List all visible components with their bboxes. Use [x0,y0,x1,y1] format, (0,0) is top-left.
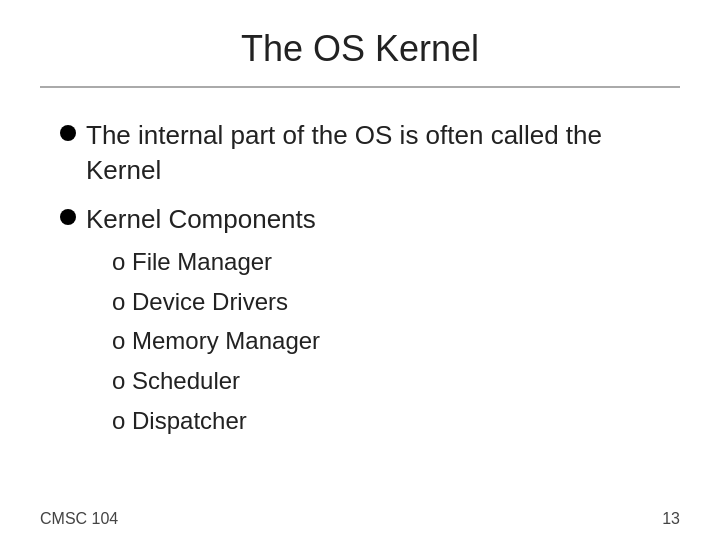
bullet-item-1: The internal part of the OS is often cal… [60,118,660,188]
bullet-text-2: Kernel Components [86,204,316,234]
slide: The OS Kernel The internal part of the O… [0,0,720,540]
bullet-text-1: The internal part of the OS is often cal… [86,118,660,188]
sub-item-3: o Memory Manager [112,324,320,358]
bullet-dot-1 [60,125,76,141]
sub-item-1: o File Manager [112,245,320,279]
bullet-item-2-content: Kernel Components o File Manager o Devic… [86,202,320,443]
footer: CMSC 104 13 [0,502,720,540]
sub-list: o File Manager o Device Drivers o Memory… [112,245,320,437]
content-area: The internal part of the OS is often cal… [0,88,720,502]
sub-item-2: o Device Drivers [112,285,320,319]
bullet-item-2: Kernel Components o File Manager o Devic… [60,202,660,443]
sub-item-5: o Dispatcher [112,404,320,438]
bullet-list: The internal part of the OS is often cal… [60,118,660,443]
title-area: The OS Kernel [0,0,720,86]
footer-course: CMSC 104 [40,510,118,528]
sub-item-4: o Scheduler [112,364,320,398]
slide-title: The OS Kernel [40,28,680,70]
footer-page: 13 [662,510,680,528]
bullet-dot-2 [60,209,76,225]
